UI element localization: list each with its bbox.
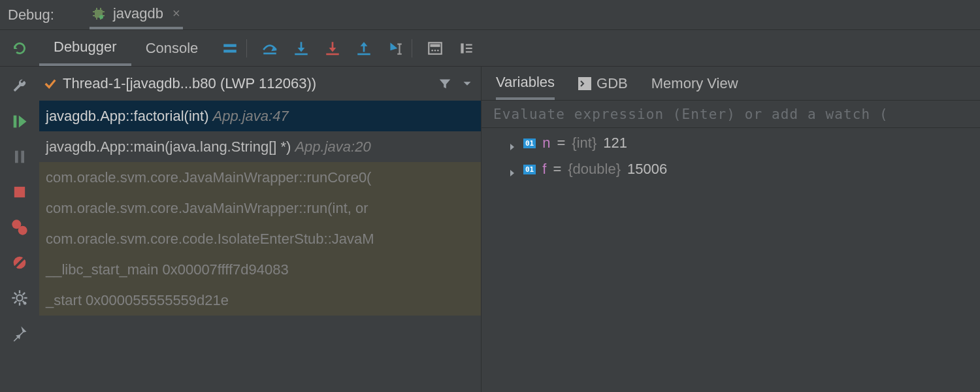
step-out-icon[interactable] xyxy=(355,40,372,57)
threads-view-icon[interactable] xyxy=(221,40,238,57)
resume-icon[interactable] xyxy=(10,112,29,131)
frame-location: App.java:47 xyxy=(212,108,288,125)
debug-tab-bar: Debug: javagdb × xyxy=(0,0,980,30)
svg-point-48 xyxy=(24,302,27,305)
close-icon[interactable]: × xyxy=(172,6,180,21)
frame-text: _start xyxy=(46,292,82,309)
variable-type: {int} xyxy=(572,135,596,152)
frame-location: 0x000055555559d21e xyxy=(86,292,229,309)
expand-icon[interactable] xyxy=(508,139,517,148)
svg-rect-16 xyxy=(327,53,340,55)
stack-frame-row[interactable]: _start0x000055555559d21e xyxy=(39,285,481,316)
svg-rect-12 xyxy=(264,52,277,54)
svg-line-47 xyxy=(23,293,25,295)
svg-rect-14 xyxy=(295,53,308,55)
wrench-icon[interactable] xyxy=(10,77,29,95)
run-to-cursor-icon[interactable] xyxy=(387,40,404,57)
stack-frame-row[interactable]: com.oracle.svm.core.code.IsolateEnterStu… xyxy=(39,223,481,254)
pause-icon[interactable] xyxy=(10,148,29,166)
tab-gdb-label: GDB xyxy=(596,75,628,92)
debug-side-actions xyxy=(0,67,39,392)
equals-sign: = xyxy=(553,161,561,178)
chip-icon xyxy=(91,6,106,22)
frame-text: com.oracle.svm.core.JavaMainWrapper::run… xyxy=(46,200,368,217)
expand-icon[interactable] xyxy=(508,165,517,174)
evaluate-expression-input[interactable]: Evaluate expression (Enter) or add a wat… xyxy=(482,101,980,128)
stack-frame-row[interactable]: __libc_start_main0x00007ffff7d94083 xyxy=(39,254,481,285)
tab-console[interactable]: Console xyxy=(131,30,213,66)
frame-text: com.oracle.svm.core.code.IsolateEnterStu… xyxy=(46,231,374,248)
variable-row[interactable]: 01f={double}15006 xyxy=(508,161,980,178)
tab-variables[interactable]: Variables xyxy=(496,67,555,100)
session-tab-label: javagdb xyxy=(113,5,163,22)
stop-icon[interactable] xyxy=(10,183,29,201)
evaluate-expression-icon[interactable] xyxy=(427,40,444,57)
svg-point-39 xyxy=(16,295,22,301)
frames-pane: Thread-1-[javagdb...b80 (LWP 112063)) ja… xyxy=(39,67,481,392)
type-badge: 01 xyxy=(523,139,536,148)
variable-name: n xyxy=(542,135,550,152)
svg-line-46 xyxy=(14,301,16,304)
frame-location: 0x00007ffff7d94083 xyxy=(162,261,288,278)
svg-rect-10 xyxy=(224,44,237,46)
svg-point-24 xyxy=(432,49,434,51)
step-into-icon[interactable] xyxy=(293,40,310,57)
stack-frame-row[interactable]: javagdb.App::factorial(int)App.java:47 xyxy=(39,101,481,131)
debug-panel-label: Debug: xyxy=(8,7,54,24)
debug-session-tab[interactable]: javagdb × xyxy=(90,0,183,29)
stack-frame-row[interactable]: javagdb.App::main(java.lang.String[] *)A… xyxy=(39,131,481,162)
debug-main-area: Thread-1-[javagdb...b80 (LWP 112063)) ja… xyxy=(0,67,980,392)
variable-value: 15006 xyxy=(627,161,667,178)
svg-rect-23 xyxy=(431,44,440,46)
filter-icon[interactable] xyxy=(438,76,452,91)
variables-list: 01n={int}12101f={double}15006 xyxy=(482,128,980,178)
step-over-icon[interactable] xyxy=(261,40,278,57)
frame-location: App.java:20 xyxy=(295,139,370,155)
separator xyxy=(412,39,412,57)
frame-text: com.oracle.svm.core.JavaMainWrapper::run… xyxy=(46,169,371,186)
variable-name: f xyxy=(542,161,546,178)
frame-list: javagdb.App::factorial(int)App.java:47ja… xyxy=(39,101,481,392)
svg-point-26 xyxy=(437,49,439,51)
stack-frame-row[interactable]: com.oracle.svm.core.JavaMainWrapper::run… xyxy=(39,193,481,223)
variable-type: {double} xyxy=(568,161,621,178)
tab-gdb[interactable]: GDB xyxy=(578,67,628,100)
mute-breakpoints-icon[interactable] xyxy=(10,253,29,272)
variable-row[interactable]: 01n={int}121 xyxy=(508,135,980,152)
separator xyxy=(246,39,247,57)
frame-text: javagdb.App::main(java.lang.String[] *) xyxy=(46,139,291,155)
svg-rect-34 xyxy=(14,187,25,197)
tab-debugger[interactable]: Debugger xyxy=(39,30,131,66)
svg-line-44 xyxy=(14,293,16,295)
thread-title: Thread-1-[javagdb...b80 (LWP 112063)) xyxy=(63,75,316,92)
rerun-icon[interactable] xyxy=(11,40,28,57)
pin-icon[interactable] xyxy=(10,324,29,342)
chevron-down-icon[interactable] xyxy=(460,76,474,91)
variable-value: 121 xyxy=(603,135,627,152)
variables-pane: Variables GDB Memory View Evaluate expre… xyxy=(481,67,980,392)
check-icon xyxy=(43,76,57,91)
view-breakpoints-icon[interactable] xyxy=(10,218,29,237)
frame-text: javagdb.App::factorial(int) xyxy=(46,108,208,125)
svg-rect-11 xyxy=(224,50,237,52)
svg-rect-27 xyxy=(461,43,464,53)
frame-text: __libc_start_main xyxy=(46,261,158,278)
equals-sign: = xyxy=(557,135,566,152)
stack-frame-row[interactable]: com.oracle.svm.core.JavaMainWrapper::run… xyxy=(39,162,481,193)
svg-rect-18 xyxy=(358,53,371,55)
settings-gear-icon[interactable] xyxy=(10,289,29,307)
type-badge: 01 xyxy=(523,165,536,174)
trace-current-stream-icon[interactable] xyxy=(458,40,475,57)
terminal-icon xyxy=(578,77,591,90)
force-step-into-icon[interactable] xyxy=(324,40,341,57)
svg-point-9 xyxy=(99,15,103,19)
svg-point-25 xyxy=(434,49,436,51)
svg-rect-49 xyxy=(578,77,591,90)
svg-rect-32 xyxy=(15,151,18,163)
svg-rect-31 xyxy=(14,116,17,128)
debug-toolbar: Debugger Console xyxy=(0,30,980,67)
thread-selector[interactable]: Thread-1-[javagdb...b80 (LWP 112063)) xyxy=(39,67,481,101)
svg-point-36 xyxy=(18,226,27,235)
tab-memory-view[interactable]: Memory View xyxy=(651,67,738,100)
svg-rect-33 xyxy=(21,151,24,163)
